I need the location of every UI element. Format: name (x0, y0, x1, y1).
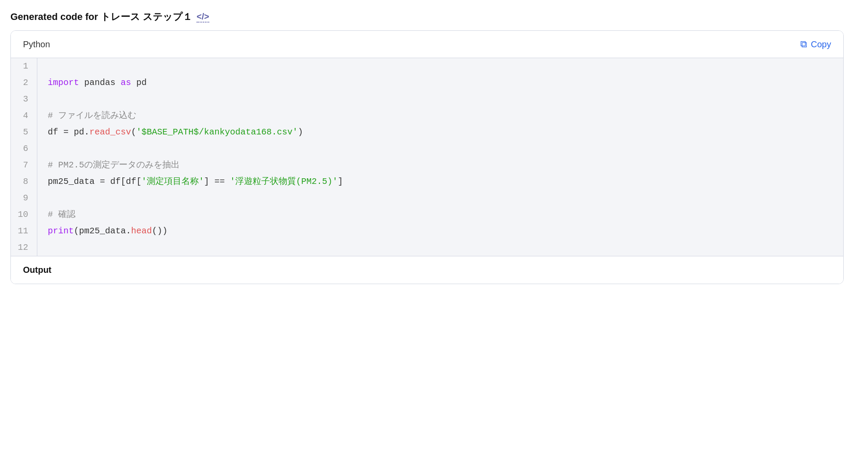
page-title: Generated code for トレース ステップ１ </> (10, 10, 858, 23)
line-code (37, 91, 843, 108)
table-row: 8pm25_data = df[df['測定項目名称'] == '浮遊粒子状物質… (11, 173, 843, 190)
line-number: 11 (11, 223, 37, 239)
table-row: 9 (11, 190, 843, 206)
line-number: 1 (11, 58, 37, 75)
line-code: # PM2.5の測定データのみを抽出 (37, 157, 843, 173)
copy-label: Copy (811, 39, 831, 49)
card-header: Python ⧉ Copy (11, 31, 843, 58)
table-row: 4# ファイルを読み込む (11, 108, 843, 124)
table-row: 1 (11, 58, 843, 75)
line-code: print(pm25_data.head()) (37, 223, 843, 239)
table-row: 10# 確認 (11, 206, 843, 223)
table-row: 5df = pd.read_csv('$BASE_PATH$/kankyodat… (11, 124, 843, 141)
line-number: 12 (11, 239, 37, 256)
line-code: pm25_data = df[df['測定項目名称'] == '浮遊粒子状物質(… (37, 173, 843, 190)
table-row: 12 (11, 239, 843, 256)
token: '$BASE_PATH$/kankyodata168.csv' (136, 127, 298, 137)
line-number: 10 (11, 206, 37, 223)
line-code: # 確認 (37, 206, 843, 223)
code-table: 1 2import pandas as pd3 4# ファイルを読み込む5df … (11, 58, 843, 256)
token: print (48, 226, 74, 236)
table-row: 7# PM2.5の測定データのみを抽出 (11, 157, 843, 173)
line-number: 4 (11, 108, 37, 124)
line-number: 9 (11, 190, 37, 206)
code-card: Python ⧉ Copy 1 2import pandas as pd3 4#… (10, 30, 844, 284)
table-row: 11print(pm25_data.head()) (11, 223, 843, 239)
line-code: import pandas as pd (37, 75, 843, 91)
copy-icon: ⧉ (800, 39, 807, 50)
token: head (131, 226, 152, 236)
token: read_csv (89, 127, 131, 137)
token: '測定項目名称' (141, 177, 204, 187)
line-number: 6 (11, 141, 37, 157)
output-label: Output (23, 265, 52, 275)
token: '浮遊粒子状物質(PM2.5)' (230, 177, 338, 187)
line-code (37, 141, 843, 157)
token: import (48, 78, 79, 88)
code-embed-icon[interactable]: </> (197, 12, 209, 23)
token: # 確認 (48, 209, 76, 219)
line-code (37, 58, 843, 75)
table-row: 6 (11, 141, 843, 157)
copy-button[interactable]: ⧉ Copy (800, 39, 831, 50)
language-label: Python (23, 39, 50, 49)
title-text: Generated code for トレース ステップ１ (10, 10, 192, 23)
token: # PM2.5の測定データのみを抽出 (48, 160, 180, 170)
line-number: 3 (11, 91, 37, 108)
line-code (37, 239, 843, 256)
table-row: 2import pandas as pd (11, 75, 843, 91)
token: as (121, 78, 131, 88)
line-number: 5 (11, 124, 37, 141)
token: # ファイルを読み込む (48, 111, 136, 121)
line-code: df = pd.read_csv('$BASE_PATH$/kankyodata… (37, 124, 843, 141)
line-number: 8 (11, 173, 37, 190)
line-number: 7 (11, 157, 37, 173)
line-number: 2 (11, 75, 37, 91)
line-code: # ファイルを読み込む (37, 108, 843, 124)
output-section: Output (11, 256, 843, 284)
table-row: 3 (11, 91, 843, 108)
line-code (37, 190, 843, 206)
code-area: 1 2import pandas as pd3 4# ファイルを読み込む5df … (11, 58, 843, 256)
